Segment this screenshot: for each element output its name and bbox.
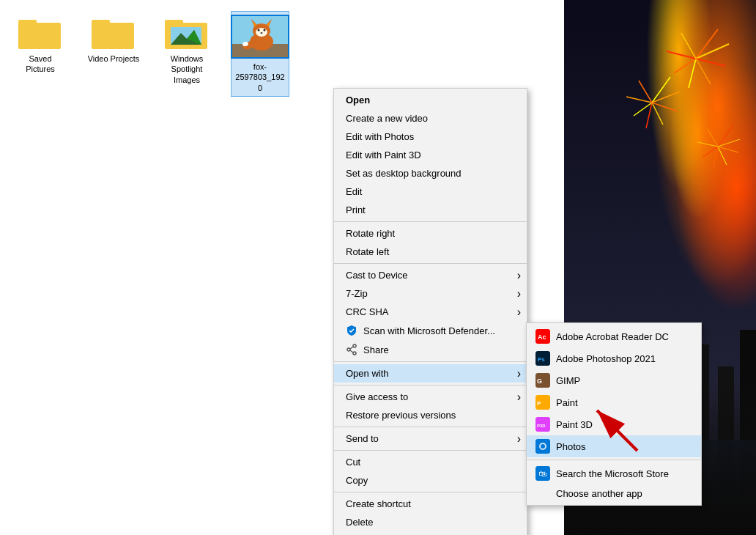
folder-icon-windows-spotlight: [165, 14, 209, 51]
file-item-video-projects[interactable]: Video Projects: [84, 11, 143, 67]
context-menu: Open Create a new video Edit with Photos…: [333, 88, 527, 535]
svg-line-20: [714, 147, 718, 167]
folder-icon-saved-pictures: [18, 14, 62, 51]
svg-line-18: [718, 147, 738, 152]
menu-item-cast-to-device[interactable]: Cast to Device: [334, 266, 527, 284]
menu-item-7zip[interactable]: 7-Zip: [334, 284, 527, 303]
menu-item-create-new-video[interactable]: Create a new video: [334, 109, 527, 128]
folder-icon-video-projects: [92, 14, 136, 51]
submenu-item-photoshop[interactable]: Ps Adobe Photoshop 2021: [527, 347, 701, 369]
fox-thumbnail: [231, 15, 289, 59]
svg-point-58: [261, 32, 263, 34]
svg-text:Ac: Ac: [538, 333, 546, 341]
menu-item-delete[interactable]: Delete: [334, 513, 527, 531]
paint-icon: P: [536, 395, 550, 410]
menu-item-open-with[interactable]: Open with: [334, 364, 527, 383]
svg-line-65: [350, 350, 353, 353]
menu-item-rotate-right[interactable]: Rotate right: [334, 224, 527, 243]
menu-item-print[interactable]: Print: [334, 201, 527, 219]
menu-item-rename[interactable]: Rename: [334, 531, 527, 535]
acrobat-icon: Ac: [536, 329, 550, 344]
arrow-svg: [586, 399, 645, 458]
separator-7: [334, 492, 527, 492]
svg-text:🛍: 🛍: [538, 469, 547, 478]
separator-5: [334, 427, 527, 427]
submenu-item-acrobat[interactable]: Ac Adobe Acrobat Reader DC: [527, 325, 701, 347]
svg-line-2: [696, 59, 725, 66]
svg-text:Ps: Ps: [538, 356, 545, 363]
menu-item-cut[interactable]: Cut: [334, 453, 527, 471]
svg-line-22: [697, 142, 718, 147]
separator-3: [334, 361, 527, 362]
file-label-video-projects: Video Projects: [88, 54, 140, 64]
separator-2: [334, 263, 527, 264]
photoshop-icon: Ps: [536, 351, 550, 366]
svg-line-6: [667, 51, 696, 59]
file-label-windows-spotlight: Windows Spotlight Images: [160, 54, 213, 85]
svg-line-14: [626, 97, 652, 103]
svg-point-56: [258, 29, 260, 32]
svg-rect-40: [92, 23, 134, 49]
submenu-item-gimp[interactable]: G GIMP: [527, 369, 701, 391]
menu-item-copy[interactable]: Copy: [334, 471, 527, 490]
separator-4: [334, 385, 527, 385]
menu-item-send-to[interactable]: Send to: [334, 429, 527, 448]
svg-point-63: [353, 352, 356, 355]
svg-rect-43: [165, 20, 183, 26]
menu-item-edit[interactable]: Edit: [334, 182, 527, 201]
paint3d-icon: P3D: [536, 417, 550, 432]
menu-item-rotate-left[interactable]: Rotate left: [334, 243, 527, 261]
menu-item-create-shortcut[interactable]: Create shortcut: [334, 495, 527, 513]
svg-point-57: [264, 29, 266, 32]
svg-text:G: G: [537, 377, 542, 385]
menu-item-scan-defender[interactable]: Scan with Microsoft Defender...: [334, 321, 527, 340]
menu-item-crc-sha[interactable]: CRC SHA: [334, 303, 527, 321]
svg-line-17: [718, 139, 740, 147]
menu-item-restore-versions[interactable]: Restore previous versions: [334, 406, 527, 424]
menu-item-edit-paint3d[interactable]: Edit with Paint 3D: [334, 146, 527, 164]
submenu-separator-1: [527, 460, 701, 460]
separator-1: [334, 221, 527, 222]
file-item-windows-spotlight[interactable]: Windows Spotlight Images: [158, 11, 216, 88]
svg-rect-39: [18, 20, 37, 26]
svg-rect-38: [18, 23, 61, 49]
explorer-area: Saved Pictures Video Projects: [0, 0, 564, 535]
menu-item-open[interactable]: Open: [334, 91, 527, 109]
svg-point-61: [353, 344, 356, 347]
file-item-fox[interactable]: fox-2597803_192 0: [231, 11, 289, 97]
defender-icon: [346, 325, 357, 336]
svg-point-78: [541, 444, 545, 449]
photos-icon: [536, 439, 550, 454]
svg-line-16: [718, 126, 733, 147]
menu-item-give-access[interactable]: Give access to: [334, 388, 527, 406]
svg-rect-41: [92, 20, 110, 26]
svg-text:P: P: [537, 400, 541, 407]
store-icon: 🛍: [536, 466, 550, 481]
svg-text:P3D: P3D: [537, 424, 546, 428]
files-area: Saved Pictures Video Projects: [11, 11, 289, 97]
separator-6: [334, 450, 527, 451]
menu-item-set-desktop[interactable]: Set as desktop background: [334, 164, 527, 182]
svg-point-62: [347, 348, 350, 351]
gimp-icon: G: [536, 373, 550, 388]
svg-line-64: [350, 347, 353, 349]
svg-line-23: [708, 129, 718, 147]
file-label-saved-pictures: Saved Pictures: [14, 54, 67, 75]
file-item-saved-pictures[interactable]: Saved Pictures: [11, 11, 70, 78]
submenu-item-choose-app[interactable]: Choose another app: [527, 484, 701, 503]
file-label-fox: fox-2597803_192 0: [234, 62, 286, 93]
menu-item-share[interactable]: Share: [334, 340, 527, 359]
share-icon: [346, 344, 357, 355]
svg-line-82: [597, 410, 637, 451]
svg-line-19: [718, 147, 727, 165]
svg-line-15: [639, 81, 652, 103]
menu-item-edit-photos[interactable]: Edit with Photos: [334, 128, 527, 146]
submenu-item-search-store[interactable]: 🛍 Search the Microsoft Store: [527, 462, 701, 484]
